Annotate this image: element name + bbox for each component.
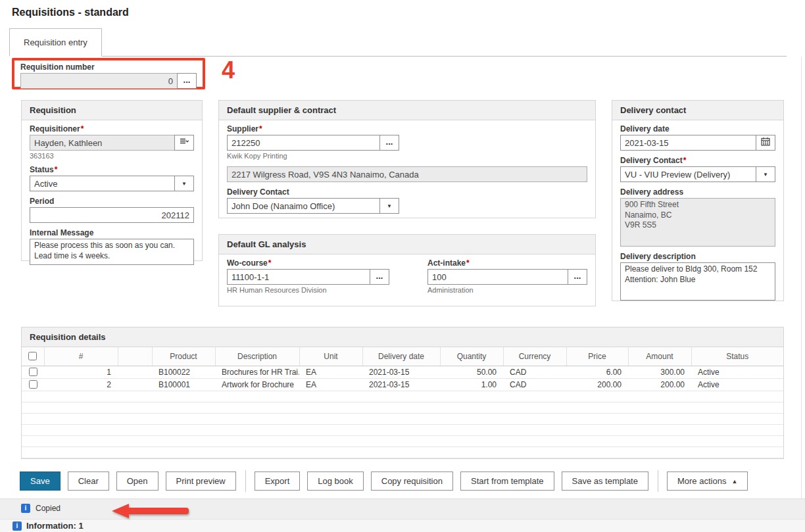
column-header-delivery-date: Delivery date bbox=[362, 347, 440, 366]
delivery-date-calendar-button[interactable] bbox=[756, 135, 775, 151]
empty-table-row bbox=[22, 391, 783, 402]
requisition-panel-title: Requisition bbox=[22, 101, 202, 120]
cell-amount: 300.00 bbox=[628, 366, 691, 378]
save-as-template-button[interactable]: Save as template bbox=[562, 472, 648, 491]
export-button[interactable]: Export bbox=[255, 472, 301, 491]
open-button[interactable]: Open bbox=[116, 472, 159, 491]
delivery-date-input[interactable] bbox=[620, 135, 756, 151]
period-input[interactable] bbox=[30, 207, 194, 223]
column-header-blank bbox=[118, 347, 152, 366]
info-icon: i bbox=[21, 504, 30, 513]
wo-course-label: Wo-course* bbox=[227, 258, 389, 268]
act-intake-input[interactable] bbox=[427, 269, 568, 285]
requisition-details-table: # Product Description Unit Delivery date… bbox=[22, 347, 783, 458]
requisition-number-input[interactable] bbox=[20, 73, 178, 89]
required-marker: * bbox=[466, 258, 470, 268]
required-marker: * bbox=[55, 165, 58, 174]
ellipsis-icon: ... bbox=[386, 137, 393, 147]
caret-up-icon: ▲ bbox=[731, 478, 737, 485]
requisition-number-lookup-button[interactable]: ... bbox=[177, 73, 197, 89]
supplier-delivery-contact-dropdown-button[interactable]: ▼ bbox=[379, 198, 399, 214]
wo-course-input[interactable] bbox=[227, 269, 370, 285]
column-header-product: Product bbox=[152, 347, 215, 366]
column-header-description: Description bbox=[215, 347, 299, 366]
cell-unit: EA bbox=[299, 366, 362, 378]
cell-currency: CAD bbox=[503, 378, 566, 391]
status-input[interactable] bbox=[30, 176, 175, 191]
print-preview-button[interactable]: Print preview bbox=[166, 472, 236, 491]
required-marker: * bbox=[81, 124, 84, 133]
caret-down-icon: ▼ bbox=[387, 203, 392, 209]
button-group-divider bbox=[245, 470, 246, 492]
empty-table-row bbox=[22, 435, 783, 447]
list-dropdown-icon bbox=[180, 137, 189, 146]
requisition-panel: Requisition Requisitioner* 363163 Status… bbox=[21, 100, 203, 261]
copied-status-text: Copied bbox=[36, 504, 61, 513]
required-marker: * bbox=[268, 258, 272, 268]
requisitioner-list-button[interactable] bbox=[174, 135, 194, 151]
supplier-input[interactable] bbox=[227, 135, 380, 151]
cell-status: Active bbox=[691, 366, 783, 378]
log-book-button[interactable]: Log book bbox=[307, 472, 364, 491]
table-row[interactable]: 2 B100001 Artwork for Brochure EA 2021-0… bbox=[22, 378, 783, 391]
status-dropdown-button[interactable]: ▼ bbox=[174, 176, 194, 191]
tab-requisition-entry[interactable]: Requisition entry bbox=[9, 28, 102, 57]
act-intake-label: Act-intake* bbox=[427, 258, 587, 268]
supplier-delivery-contact-input[interactable] bbox=[227, 198, 380, 214]
save-button[interactable]: Save bbox=[20, 472, 61, 491]
start-from-template-button[interactable]: Start from template bbox=[460, 472, 554, 491]
cell-product: B100001 bbox=[152, 378, 215, 391]
delivery-contact-dropdown-button[interactable]: ▼ bbox=[756, 166, 775, 182]
cell-num: 2 bbox=[44, 378, 118, 391]
row-select-checkbox[interactable] bbox=[29, 380, 37, 389]
cell-delivery-date: 2021-03-15 bbox=[362, 378, 440, 391]
act-intake-lookup-button[interactable]: ... bbox=[568, 269, 587, 285]
row-select-checkbox[interactable] bbox=[29, 368, 37, 376]
internal-message-textarea[interactable]: Please process this as soon as you can. … bbox=[30, 239, 194, 265]
requisitions-page: Requisitions - standard Requisition entr… bbox=[0, 0, 805, 532]
cell-unit: EA bbox=[299, 378, 362, 391]
empty-table-row bbox=[22, 447, 783, 458]
wo-course-lookup-button[interactable]: ... bbox=[370, 269, 389, 285]
table-row[interactable]: 1 B100022 Brochures for HR Trai... EA 20… bbox=[22, 366, 783, 378]
cell-description: Brochures for HR Trai... bbox=[215, 366, 299, 378]
cell-description: Artwork for Brochure bbox=[215, 378, 299, 391]
supplier-name-helper: Kwik Kopy Printing bbox=[227, 152, 587, 160]
supplier-lookup-button[interactable]: ... bbox=[379, 135, 399, 151]
delivery-date-label: Delivery date bbox=[620, 124, 775, 133]
cell-blank bbox=[118, 366, 152, 378]
delivery-contact-input[interactable] bbox=[620, 166, 756, 182]
copy-requisition-button[interactable]: Copy requisition bbox=[371, 472, 453, 491]
cell-delivery-date: 2021-03-15 bbox=[362, 366, 440, 378]
caret-down-icon: ▼ bbox=[182, 181, 187, 187]
requisitioner-label: Requisitioner* bbox=[30, 124, 194, 133]
info-icon: i bbox=[12, 521, 22, 531]
information-status-band[interactable]: iInformation: 1 bbox=[0, 519, 805, 532]
annotation-highlight-box: Requisition number ... bbox=[12, 58, 205, 89]
act-intake-helper: Administration bbox=[427, 286, 587, 294]
cell-amount: 200.00 bbox=[628, 378, 691, 391]
requisition-details-panel: Requisition details # Product Descriptio… bbox=[21, 327, 784, 459]
action-bar: Save Clear Open Print preview Export Log… bbox=[0, 459, 805, 498]
clear-button[interactable]: Clear bbox=[68, 472, 109, 491]
annotation-step-number: 4 bbox=[222, 57, 235, 84]
delivery-description-textarea[interactable]: Please deliver to Bldg 300, Room 152 Att… bbox=[620, 262, 775, 301]
cell-status: Active bbox=[691, 378, 783, 391]
column-header-num: # bbox=[44, 347, 118, 366]
required-marker: * bbox=[259, 124, 262, 133]
arrow-head-icon bbox=[112, 504, 129, 518]
cell-quantity: 50.00 bbox=[440, 366, 503, 378]
requisitioner-input[interactable] bbox=[30, 135, 175, 151]
delivery-address-label: Delivery address bbox=[620, 187, 775, 197]
cell-price: 6.00 bbox=[566, 366, 628, 378]
tab-bar-divider bbox=[9, 56, 787, 57]
more-actions-button[interactable]: More actions▲ bbox=[667, 472, 748, 491]
cell-product: B100022 bbox=[152, 366, 215, 378]
gl-analysis-panel-title: Default GL analysis bbox=[219, 235, 595, 254]
content-right-border bbox=[801, 57, 802, 498]
select-all-checkbox[interactable] bbox=[28, 352, 37, 360]
ellipsis-icon: ... bbox=[376, 271, 383, 281]
information-status-text: Information: 1 bbox=[26, 521, 84, 531]
requisition-details-title: Requisition details bbox=[22, 327, 783, 347]
column-header-amount: Amount bbox=[628, 347, 691, 366]
